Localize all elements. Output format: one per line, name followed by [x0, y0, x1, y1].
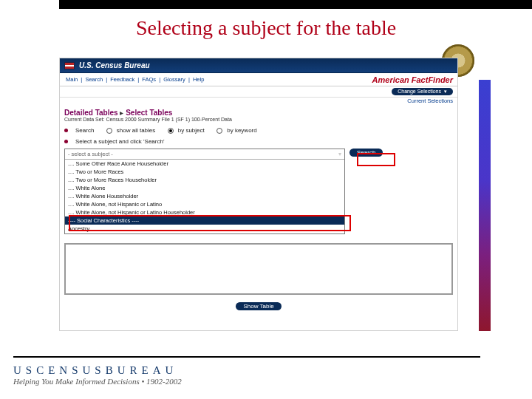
nav-main[interactable]: Main — [64, 76, 79, 83]
bullet-icon — [64, 140, 68, 143]
select-prompt-row: Select a subject and click 'Search' — [60, 136, 457, 147]
breadcrumb-current: Select Tables — [126, 109, 172, 117]
footer-tagline: Helping You Make Informed Decisions • 19… — [13, 377, 182, 386]
radio-show-all-label: show all tables — [117, 127, 155, 134]
radio-show-all[interactable] — [106, 128, 112, 134]
current-selections-link[interactable]: Current Selections — [407, 98, 453, 104]
radio-by-keyword[interactable] — [216, 128, 222, 134]
slide-footer: USCENSUSBUREAU Helping You Make Informed… — [13, 364, 182, 386]
radio-by-subject-label: by subject — [178, 127, 205, 134]
radio-by-keyword-label: by keyword — [227, 127, 256, 134]
list-item[interactable]: .... Other — [65, 233, 344, 233]
screenshot-panel: U.S. Census Bureau Main | Search | Feedb… — [59, 58, 458, 331]
top-accent-bar — [0, 0, 532, 9]
current-dataset: Current Data Set: Census 2000 Summary Fi… — [60, 117, 457, 125]
change-selections-button[interactable]: Change Selections▾ — [392, 88, 453, 95]
select-prompt: Select a subject and click 'Search' — [75, 138, 164, 145]
nav-links: Main | Search | Feedback | FAQs | Glossa… — [64, 76, 205, 83]
subject-options[interactable]: .... Some Other Race Alone Householder .… — [65, 160, 344, 233]
filter-label: Search — [75, 127, 94, 134]
chevron-down-icon — [337, 151, 341, 157]
filter-row: Search show all tables by subject by key… — [60, 125, 457, 136]
list-item[interactable]: .... Some Other Race Alone Householder — [65, 160, 344, 168]
bullet-icon — [64, 129, 68, 132]
list-item[interactable]: .... White Alone Householder — [65, 192, 344, 200]
selection-bar: Change Selections▾ — [60, 86, 457, 98]
subject-select[interactable]: - select a subject - .... Some Other Rac… — [64, 149, 345, 234]
list-item[interactable]: .... Two or More Races Householder — [65, 176, 344, 184]
search-button[interactable]: Search — [349, 149, 383, 157]
slide-title: Selecting a subject for the table — [0, 16, 532, 40]
nav-search[interactable]: Search — [83, 76, 104, 83]
divider — [13, 356, 480, 358]
breadcrumb: Detailed Tables ▸ Select Tables — [60, 106, 457, 117]
list-item[interactable]: .... Two or More Races — [65, 168, 344, 176]
aff-brand: American FactFinder — [372, 75, 453, 84]
results-box[interactable] — [64, 243, 453, 295]
breadcrumb-page[interactable]: Detailed Tables — [64, 109, 118, 117]
chevron-down-icon: ▾ — [444, 89, 447, 94]
slide: Selecting a subject for the table U.S. C… — [0, 0, 532, 399]
nav-help[interactable]: Help — [191, 76, 205, 83]
gradient-stripe — [479, 80, 491, 331]
nav-feedback[interactable]: Feedback — [109, 76, 136, 83]
footer-brand: USCENSUSBUREAU — [13, 364, 182, 377]
show-table-button[interactable]: Show Table — [236, 302, 281, 310]
list-item-selected[interactable]: ---- Social Characteristics ---- — [65, 216, 344, 225]
flag-icon — [64, 62, 75, 69]
list-item[interactable]: .... White Alone, not Hispanic or Latino… — [65, 208, 344, 216]
nav-glossary[interactable]: Glossary — [162, 76, 187, 83]
subject-select-placeholder: - select a subject - — [68, 151, 113, 157]
current-selections-row: Current Selections — [60, 98, 457, 106]
bureau-label: U.S. Census Bureau — [79, 61, 150, 69]
nav-faqs[interactable]: FAQs — [140, 76, 157, 83]
list-item[interactable]: .... White Alone — [65, 184, 344, 192]
aff-header: Main | Search | Feedback | FAQs | Glossa… — [60, 73, 457, 86]
list-item[interactable]: Ancestry — [65, 225, 344, 233]
list-item[interactable]: .... White Alone, not Hispanic or Latino — [65, 200, 344, 208]
radio-by-subject[interactable] — [168, 128, 174, 134]
census-bureau-header: U.S. Census Bureau — [60, 58, 457, 73]
